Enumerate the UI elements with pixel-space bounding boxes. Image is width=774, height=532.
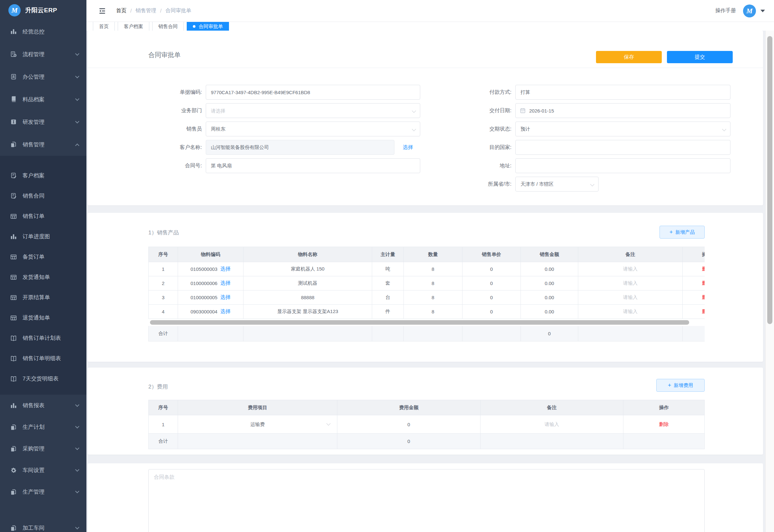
cell-qty[interactable]: 8 bbox=[404, 276, 462, 290]
select-material-link[interactable]: 选择 bbox=[220, 266, 231, 272]
salesman-input-text[interactable] bbox=[206, 122, 420, 136]
save-button[interactable]: 保存 bbox=[596, 51, 662, 63]
delivery-status-select[interactable] bbox=[515, 122, 730, 136]
sidebar-item-invoice-settlement[interactable]: 开票结算单 bbox=[0, 287, 86, 308]
products-total-row: 合计 0 bbox=[148, 326, 705, 341]
delivery-status-input-text[interactable] bbox=[516, 122, 730, 136]
doc-code-input-text[interactable] bbox=[206, 85, 420, 99]
cell-price[interactable]: 0 bbox=[462, 276, 521, 290]
cell-fee-amount[interactable]: 0 bbox=[337, 415, 481, 433]
sidebar-item-customer-files[interactable]: 客户档案 bbox=[0, 165, 86, 186]
cell-price[interactable]: 0 bbox=[462, 291, 521, 304]
sidebar-item-production-mgmt[interactable]: 生产管理 bbox=[0, 481, 86, 503]
sidebar-item-sales-order[interactable]: 销售订单 bbox=[0, 206, 86, 226]
address-input[interactable] bbox=[515, 158, 730, 173]
cell-qty[interactable]: 8 bbox=[404, 305, 462, 319]
cell-qty[interactable]: 8 bbox=[404, 262, 462, 276]
cell-note[interactable]: 请输入 bbox=[578, 276, 683, 290]
cell-price[interactable]: 0 bbox=[462, 305, 521, 319]
doc-code-input[interactable] bbox=[206, 85, 420, 100]
delete-row-link[interactable]: 删除 bbox=[702, 294, 705, 300]
sidebar-item-order-progress[interactable]: 订单进度图 bbox=[0, 226, 86, 247]
department-input-text[interactable] bbox=[206, 103, 420, 118]
cell-price[interactable]: 0 bbox=[462, 262, 521, 276]
salesman-select[interactable] bbox=[206, 122, 420, 136]
vertical-scrollbar-thumb[interactable] bbox=[767, 36, 772, 324]
delete-row-link[interactable]: 删除 bbox=[702, 266, 705, 272]
sidebar-item-7day-delivery[interactable]: 7天交货明细表 bbox=[0, 369, 86, 389]
sidebar-item-dashboard[interactable]: 经营总控 bbox=[0, 20, 86, 43]
add-fee-button[interactable]: + 新增费用 bbox=[656, 379, 705, 392]
payment-input-text[interactable] bbox=[516, 85, 730, 99]
delete-row-link[interactable]: 删除 bbox=[702, 309, 705, 315]
cell-index: 1 bbox=[148, 415, 178, 433]
sidebar-item-shipping-notice[interactable]: 发货通知单 bbox=[0, 267, 86, 287]
sidebar-item-process-mgmt[interactable]: 流程管理 bbox=[0, 43, 86, 65]
sidebar-item-sales-report[interactable]: 销售报表 bbox=[0, 395, 86, 416]
bar-chart-icon bbox=[10, 233, 17, 241]
cell-note[interactable]: 请输入 bbox=[578, 305, 683, 319]
sidebar-item-office-mgmt[interactable]: 办公管理 bbox=[0, 65, 86, 88]
pages-icon bbox=[10, 524, 17, 532]
breadcrumb-home[interactable]: 首页 bbox=[116, 7, 126, 14]
customer-select-link[interactable]: 选择 bbox=[403, 144, 413, 151]
breadcrumb-separator: / bbox=[160, 8, 161, 14]
sidebar-item-materials[interactable]: 料品档案 bbox=[0, 88, 86, 111]
sidebar-item-rnd[interactable]: 研发管理 bbox=[0, 111, 86, 133]
submit-button[interactable]: 提交 bbox=[667, 51, 733, 63]
horizontal-scrollbar-thumb[interactable] bbox=[150, 320, 689, 325]
breadcrumb-sales-mgmt[interactable]: 销售管理 bbox=[135, 7, 156, 14]
table-row: 4 0903000004选择 显示器支架 显示器支架A123 件 8 0 0.0… bbox=[148, 305, 705, 319]
sidebar-item-purchasing[interactable]: 采购管理 bbox=[0, 438, 86, 459]
cell-note[interactable]: 请输入 bbox=[578, 262, 683, 276]
sidebar-item-order-detail-table[interactable]: 销售订单明细表 bbox=[0, 348, 86, 369]
delivery-date-input-text[interactable] bbox=[526, 103, 730, 118]
department-select[interactable] bbox=[206, 103, 420, 118]
avatar[interactable]: M bbox=[743, 5, 756, 17]
delete-row-link[interactable]: 删除 bbox=[702, 280, 705, 286]
contract-no-input[interactable] bbox=[206, 158, 420, 173]
customer-input bbox=[206, 140, 394, 155]
sidebar-item-production-plan[interactable]: 生产计划 bbox=[0, 416, 86, 438]
province-select[interactable] bbox=[515, 177, 599, 192]
sidebar-item-workshop[interactable]: 加工车间 bbox=[0, 517, 86, 532]
sidebar-item-sales-mgmt[interactable]: 销售管理 bbox=[0, 133, 86, 156]
fees-section-title: 2）费用 bbox=[148, 383, 168, 390]
collapse-sidebar-icon[interactable] bbox=[98, 7, 106, 15]
contract-no-input-text[interactable] bbox=[206, 159, 420, 173]
cell-qty[interactable]: 8 bbox=[404, 291, 462, 304]
field-label: 单据编码: bbox=[135, 89, 206, 96]
col-unit: 主计量 bbox=[372, 247, 404, 262]
select-material-link[interactable]: 选择 bbox=[220, 308, 231, 315]
chevron-down-icon bbox=[75, 424, 79, 429]
dest-country-input-text[interactable] bbox=[516, 140, 730, 154]
caret-down-icon[interactable] bbox=[760, 10, 765, 12]
manual-link[interactable]: 操作手册 bbox=[715, 7, 736, 14]
dest-country-input[interactable] bbox=[515, 140, 730, 155]
field-label: 付款方式: bbox=[444, 89, 515, 96]
chevron-down-icon bbox=[75, 97, 79, 101]
sidebar-item-return-notice[interactable]: 退货通知单 bbox=[0, 308, 86, 328]
payment-input[interactable] bbox=[515, 85, 730, 100]
delete-row-link[interactable]: 删除 bbox=[659, 421, 669, 428]
province-input-text[interactable] bbox=[516, 177, 598, 191]
table-icon bbox=[10, 253, 17, 261]
cell-note[interactable]: 请输入 bbox=[481, 415, 623, 433]
sidebar-item-stock-order[interactable]: 备货订单 bbox=[0, 247, 86, 267]
table-icon bbox=[10, 212, 17, 220]
delivery-date-picker[interactable] bbox=[515, 103, 730, 118]
sidebar-item-sales-contract[interactable]: 销售合同 bbox=[0, 186, 86, 206]
address-input-text[interactable] bbox=[516, 159, 730, 173]
fee-item-select[interactable]: 运输费 bbox=[178, 415, 337, 433]
select-material-link[interactable]: 选择 bbox=[220, 294, 231, 301]
chevron-down-icon bbox=[75, 74, 79, 78]
cell-note[interactable]: 请输入 bbox=[578, 291, 683, 304]
contract-terms-textarea[interactable] bbox=[149, 469, 704, 532]
select-material-link[interactable]: 选择 bbox=[220, 280, 231, 287]
rnd-icon bbox=[10, 118, 17, 126]
empty-cell bbox=[683, 326, 705, 341]
table-row: 1 0105000003选择 家庭机器人 150 吨 8 0 0.00 请输入 … bbox=[148, 262, 705, 276]
sidebar-item-workshop-settings[interactable]: 车间设置 bbox=[0, 459, 86, 481]
add-product-button[interactable]: + 新增产品 bbox=[660, 226, 705, 239]
sidebar-item-order-plan-table[interactable]: 销售订单计划表 bbox=[0, 328, 86, 348]
